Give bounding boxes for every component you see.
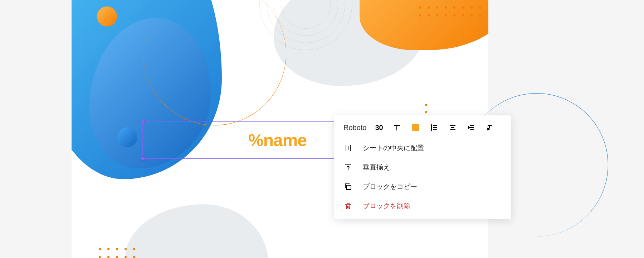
decorative-blob [125, 204, 268, 258]
clear-format-icon[interactable] [485, 123, 495, 133]
center-horizontal-icon [343, 143, 353, 153]
menu-copy-block[interactable]: ブロックをコピー [334, 177, 511, 196]
text-color-button[interactable] [410, 123, 420, 133]
menu-label: シートの中央に配置 [363, 143, 424, 153]
svg-rect-0 [347, 185, 351, 190]
menu-center-on-sheet[interactable]: シートの中央に配置 [334, 138, 511, 158]
decorative-circle [117, 127, 137, 147]
color-swatch-icon [412, 124, 419, 131]
copy-icon [343, 182, 353, 191]
menu-delete-block[interactable]: ブロックを削除 [334, 196, 511, 216]
text-style-icon[interactable] [392, 123, 402, 133]
font-family-select[interactable]: Roboto [343, 124, 367, 132]
text-align-icon[interactable] [448, 123, 458, 133]
decorative-dots [419, 6, 481, 16]
placeholder-variable-text[interactable]: %name [248, 130, 307, 150]
line-height-icon[interactable] [429, 123, 439, 133]
indent-icon[interactable] [466, 123, 476, 133]
trash-icon [343, 201, 353, 211]
menu-label: 垂直揃え [363, 163, 390, 172]
font-size-input[interactable]: 30 [375, 124, 383, 132]
decorative-circle [97, 6, 117, 27]
menu-label: ブロックを削除 [363, 201, 410, 211]
menu-vertical-align[interactable]: 垂直揃え [334, 158, 511, 177]
align-top-icon [343, 163, 353, 172]
decorative-dots [99, 248, 135, 258]
decorative-rings [259, 0, 352, 50]
menu-label: ブロックをコピー [363, 182, 417, 191]
text-context-menu: Roboto 30 シートの中央に配置 垂直揃え [334, 115, 511, 219]
text-format-toolbar: Roboto 30 [334, 120, 511, 138]
